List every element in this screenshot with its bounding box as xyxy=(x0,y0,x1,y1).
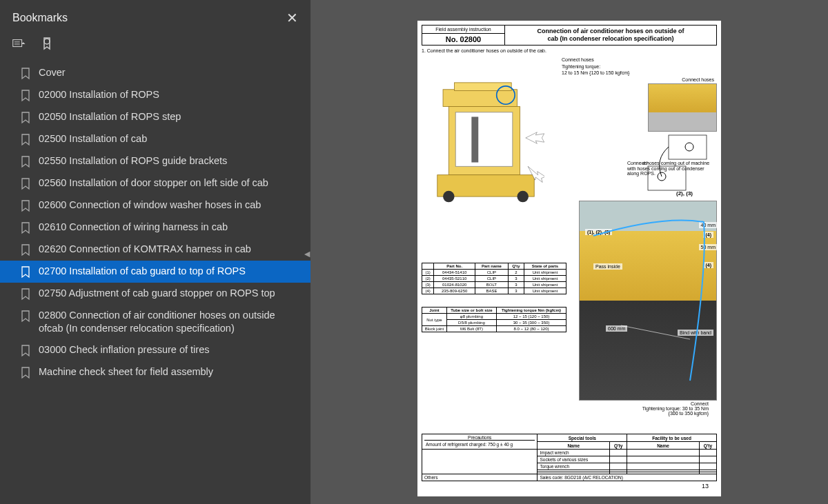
photo-condenser xyxy=(648,83,717,132)
bookmark-icon xyxy=(21,244,30,256)
bookmark-icon xyxy=(21,90,30,102)
bookmark-icon xyxy=(21,288,30,301)
bookmark-label: 02750 Adjustment of cab guard stopper on… xyxy=(39,287,302,300)
bookmark-icon xyxy=(21,134,30,146)
bookmark-item[interactable]: 02700 Installation of cab guard to top o… xyxy=(0,261,310,283)
bookmark-list: Cover02000 Installation of ROPS02050 Ins… xyxy=(0,59,310,504)
ref-23: (2), (3) xyxy=(676,190,693,196)
bookmark-icon xyxy=(21,68,30,80)
bookmarks-panel: Bookmarks ✕ Cover02000 Installation of R… xyxy=(0,0,310,504)
bookmark-label: Machine check sheet for field assembly xyxy=(39,365,302,379)
bottom-table: Precautions Amount of refrigerant charge… xyxy=(422,434,717,481)
bookmark-label: 03000 Check inflation pressure of tires xyxy=(39,343,302,356)
bookmark-icon xyxy=(21,112,30,124)
bookmark-item[interactable]: 02560 Installation of door stopper on le… xyxy=(0,172,310,194)
bookmark-icon xyxy=(21,222,30,234)
bookmark-label: 02600 Connection of window washer hoses … xyxy=(39,199,302,212)
note-torque2b: {300 to 350 kgfcm} xyxy=(642,411,709,416)
parts-table: Part No.Part nameQ'tyState of parts(1)04… xyxy=(422,263,566,294)
bookmark-item[interactable]: Cover xyxy=(0,62,310,84)
svg-rect-14 xyxy=(669,135,707,159)
torque-table: JointTube size or bolt sizeTightening to… xyxy=(422,307,566,332)
svg-rect-8 xyxy=(455,112,513,166)
bookmark-label: 02560 Installation of door stopper on le… xyxy=(39,177,302,190)
bookmark-item[interactable]: 02550 Installation of ROPS guide bracket… xyxy=(0,150,310,172)
bookmark-icon xyxy=(21,310,30,323)
svg-point-17 xyxy=(685,143,693,151)
bookmark-icon xyxy=(21,367,30,379)
svg-line-19 xyxy=(621,325,690,339)
bookmark-icon xyxy=(21,178,30,190)
bookmark-item[interactable]: 02500 Installation of cab xyxy=(0,128,310,150)
document-viewport[interactable]: Field assembly instruction No. 02800 Con… xyxy=(310,0,828,504)
close-icon[interactable]: ✕ xyxy=(286,10,298,26)
note-connect-hoses2: Connect hoses xyxy=(562,77,714,83)
note-torque1: Tightening torque: xyxy=(562,64,717,70)
bookmark-label: 02500 Installation of cab xyxy=(39,132,302,145)
note-connect-hoses: Connect hoses xyxy=(562,57,717,63)
bookmark-item[interactable]: 02050 Installation of ROPS step xyxy=(0,106,310,128)
bookmark-label: 02050 Installation of ROPS step xyxy=(39,110,302,123)
bookmark-icon xyxy=(21,345,30,357)
bookmark-label: Cover xyxy=(39,66,302,79)
bookmark-icon xyxy=(21,156,30,168)
step-1-text: 1. Connect the air conditioner hoses on … xyxy=(422,48,717,53)
photo-cab-main: (1), (2), (3) Pass inside Bind with band… xyxy=(579,201,717,401)
page-number: 13 xyxy=(702,483,709,490)
ribbon-icon[interactable] xyxy=(40,37,54,51)
svg-point-11 xyxy=(443,191,455,203)
note-torque1b: 12 to 15 Nm {120 to 150 kgfcm} xyxy=(562,70,717,76)
bookmark-item[interactable]: 02000 Installation of ROPS xyxy=(0,84,310,106)
bookmark-item[interactable]: 02800 Connection of air conditioner hose… xyxy=(0,305,310,339)
doc-header: Field assembly instruction No. 02800 Con… xyxy=(422,25,717,46)
bookmark-label: 02610 Connection of wiring harness in ca… xyxy=(39,221,302,234)
bookmark-item[interactable]: 02600 Connection of window washer hoses … xyxy=(0,194,310,216)
doc-number: No. 02800 xyxy=(422,34,504,45)
note-side: Connect hoses coming out of machine with… xyxy=(627,161,710,177)
bookmark-label: 02550 Installation of ROPS guide bracket… xyxy=(39,154,302,168)
bookmark-icon xyxy=(21,200,30,212)
bookmarks-toolbar xyxy=(0,33,310,59)
bookmark-item[interactable]: 03000 Check inflation pressure of tires xyxy=(0,339,310,361)
options-icon[interactable] xyxy=(12,37,26,51)
cab-illustration xyxy=(427,72,544,203)
field-instruction-label: Field assembly instruction xyxy=(422,26,504,34)
bookmark-label: 02700 Installation of cab guard to top o… xyxy=(39,265,302,278)
bookmark-item[interactable]: Machine check sheet for field assembly xyxy=(0,361,310,383)
bookmark-item[interactable]: 02610 Connection of wiring harness in ca… xyxy=(0,216,310,239)
bookmark-item[interactable]: 02620 Connection of KOMTRAX harness in c… xyxy=(0,239,310,261)
bookmark-label: 02800 Connection of air conditioner hose… xyxy=(39,309,302,335)
svg-rect-9 xyxy=(471,117,478,162)
bookmark-icon xyxy=(21,266,30,279)
note-connect2: Connect xyxy=(642,401,709,406)
doc-title: Connection of air conditioner hoses on o… xyxy=(505,26,716,45)
bookmark-label: 02000 Installation of ROPS xyxy=(39,88,302,101)
bookmark-item[interactable]: 02750 Adjustment of cab guard stopper on… xyxy=(0,283,310,305)
sidebar-title: Bookmarks xyxy=(12,12,68,24)
svg-point-12 xyxy=(517,191,529,203)
bookmark-label: 02620 Connection of KOMTRAX harness in c… xyxy=(39,243,302,256)
pdf-page: Field assembly instruction No. 02800 Con… xyxy=(417,21,721,496)
svg-point-4 xyxy=(44,39,50,44)
sidebar-header: Bookmarks ✕ xyxy=(0,0,310,33)
note-torque2: Tightening torque: 30 to 35 Nm xyxy=(642,406,709,411)
collapse-icon[interactable]: ◄ xyxy=(302,248,312,259)
